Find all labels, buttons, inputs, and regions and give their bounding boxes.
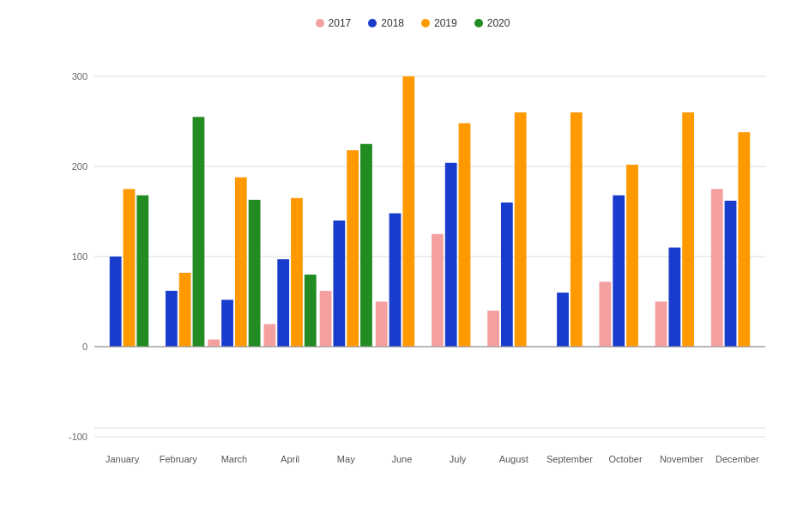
svg-rect-23 — [264, 324, 276, 347]
legend-dot-2017 — [316, 19, 324, 27]
svg-rect-43 — [515, 112, 527, 347]
svg-rect-29 — [333, 221, 345, 347]
svg-rect-48 — [600, 281, 612, 347]
svg-rect-31 — [360, 144, 372, 347]
svg-rect-56 — [711, 189, 723, 347]
svg-rect-19 — [221, 299, 233, 347]
svg-rect-49 — [613, 196, 625, 347]
svg-rect-11 — [124, 189, 136, 347]
svg-rect-20 — [235, 178, 247, 347]
svg-rect-26 — [305, 275, 317, 347]
legend-item-2018: 2018 — [368, 17, 404, 29]
svg-text:100: 100 — [72, 251, 88, 262]
legend-item-2017: 2017 — [316, 17, 352, 29]
svg-rect-12 — [136, 196, 148, 347]
chart-container: 2017 2018 2019 2020 -1000100200300Januar… — [0, 0, 791, 532]
svg-rect-10 — [110, 257, 122, 347]
svg-rect-14 — [166, 291, 178, 347]
legend-label-2017: 2017 — [329, 17, 352, 29]
svg-rect-39 — [459, 124, 471, 347]
svg-rect-15 — [179, 273, 191, 347]
svg-rect-30 — [347, 150, 359, 347]
svg-text:November: November — [660, 454, 703, 464]
svg-rect-18 — [208, 340, 220, 347]
svg-rect-45 — [557, 293, 569, 347]
chart-svg: -1000100200300JanuaryFebruaryMarchAprilM… — [51, 42, 774, 488]
svg-rect-46 — [571, 112, 583, 347]
svg-text:April: April — [281, 454, 299, 464]
legend-label-2019: 2019 — [434, 17, 457, 29]
legend-label-2018: 2018 — [381, 17, 404, 29]
svg-rect-21 — [249, 200, 261, 347]
svg-text:0: 0 — [82, 342, 88, 352]
svg-rect-16 — [193, 117, 205, 347]
svg-rect-38 — [445, 163, 457, 347]
svg-rect-35 — [402, 76, 414, 347]
svg-text:January: January — [106, 454, 140, 464]
svg-rect-37 — [432, 234, 444, 347]
svg-rect-57 — [725, 201, 737, 347]
svg-rect-24 — [277, 259, 289, 347]
svg-rect-54 — [682, 112, 694, 347]
svg-text:February: February — [160, 454, 198, 464]
svg-text:December: December — [716, 454, 759, 464]
legend-dot-2019 — [421, 19, 430, 27]
legend-item-2019: 2019 — [421, 17, 457, 29]
svg-text:August: August — [499, 454, 528, 464]
legend: 2017 2018 2019 2020 — [51, 17, 774, 29]
svg-rect-50 — [626, 165, 638, 347]
svg-rect-33 — [376, 302, 388, 348]
svg-rect-58 — [738, 132, 750, 347]
legend-dot-2020 — [474, 19, 483, 27]
svg-rect-28 — [320, 291, 332, 347]
svg-text:-100: -100 — [69, 432, 88, 442]
legend-item-2020: 2020 — [474, 17, 510, 29]
svg-rect-34 — [389, 214, 402, 347]
svg-rect-25 — [291, 198, 303, 347]
legend-dot-2018 — [368, 19, 377, 27]
chart-area: -1000100200300JanuaryFebruaryMarchAprilM… — [51, 42, 774, 488]
svg-rect-41 — [487, 311, 499, 347]
svg-rect-53 — [668, 248, 680, 348]
legend-label-2020: 2020 — [487, 17, 510, 29]
svg-text:May: May — [337, 454, 355, 464]
svg-rect-52 — [655, 302, 667, 348]
svg-text:July: July — [450, 454, 467, 464]
svg-text:200: 200 — [72, 161, 88, 172]
svg-text:October: October — [609, 454, 643, 464]
svg-text:300: 300 — [72, 71, 88, 82]
svg-text:March: March — [221, 454, 248, 464]
svg-text:June: June — [391, 454, 412, 464]
svg-rect-42 — [501, 203, 513, 347]
svg-text:September: September — [546, 454, 593, 464]
